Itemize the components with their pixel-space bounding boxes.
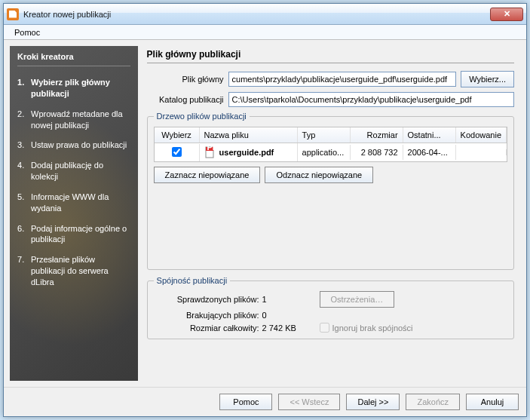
footer-buttons: Pomoc << Wstecz Dalej >> Zakończ Anuluj bbox=[4, 387, 526, 416]
menu-help[interactable]: Pomoc bbox=[10, 26, 44, 38]
step-6[interactable]: Podaj informacje ogólne o publikacji bbox=[17, 219, 130, 250]
titlebar: Kreator nowej publikacji ✕ bbox=[4, 4, 526, 25]
window-title: Kreator nowej publikacji bbox=[23, 10, 490, 19]
close-button[interactable]: ✕ bbox=[490, 8, 523, 21]
missing-files-label: Brakujących plików: bbox=[154, 311, 259, 320]
page-title: Plik główny publikacji bbox=[147, 49, 514, 63]
checked-files-value: 1 bbox=[259, 295, 320, 304]
file-tree-group: Drzewo plików publikacji Wybierz Nazwa p… bbox=[147, 112, 514, 270]
catalog-row: Katalog publikacji bbox=[147, 92, 514, 107]
wizard-steps: Wybierz plik główny publikacji Wprowadź … bbox=[17, 72, 130, 293]
svg-text:PDF: PDF bbox=[207, 146, 216, 152]
row-filename: userguide.pdf bbox=[219, 148, 274, 157]
row-type: applicatio... bbox=[298, 145, 351, 160]
step-5[interactable]: Informacje WWW dla wydania bbox=[17, 187, 130, 219]
menubar: Pomoc bbox=[4, 25, 526, 40]
sidebar-header: Kroki kreatora bbox=[17, 52, 130, 66]
file-tree-legend: Drzewo plików publikacji bbox=[154, 112, 250, 121]
col-select[interactable]: Wybierz bbox=[155, 127, 200, 143]
table-row[interactable]: PDF userguide.pdf applicatio... 2 808 73… bbox=[155, 143, 507, 161]
row-checkbox[interactable] bbox=[172, 147, 182, 157]
browse-button[interactable]: Wybierz... bbox=[461, 71, 514, 87]
checked-files-label: Sprawdzonych plików: bbox=[154, 295, 259, 304]
col-size[interactable]: Rozmiar bbox=[351, 127, 403, 143]
next-button[interactable]: Dalej >> bbox=[346, 394, 400, 410]
col-name[interactable]: Nazwa pliku bbox=[200, 127, 298, 143]
row-encoding bbox=[456, 149, 507, 155]
step-7[interactable]: Przesłanie plików publikacji do serwera … bbox=[17, 250, 130, 293]
total-size-value: 2 742 KB bbox=[259, 323, 320, 333]
mainfile-input[interactable] bbox=[228, 72, 457, 87]
coherence-group: Spójność publikacji Sprawdzonych plików:… bbox=[147, 276, 514, 339]
ignore-coherence-checkbox bbox=[320, 323, 329, 333]
row-modified: 2006-04-... bbox=[403, 145, 456, 160]
tree-buttons: Zaznacz niepowiązane Odznacz niepowiązan… bbox=[154, 167, 507, 183]
col-encoding[interactable]: Kodowanie bbox=[456, 127, 507, 143]
cancel-button[interactable]: Anuluj bbox=[466, 394, 519, 410]
step-2[interactable]: Wprowadź metadane dla nowej publikacji bbox=[17, 104, 130, 136]
row-size: 2 808 732 bbox=[351, 145, 403, 160]
finish-button: Zakończ bbox=[406, 394, 460, 410]
total-size-label: Rozmiar całkowity: bbox=[154, 323, 259, 333]
content-area: Kroki kreatora Wybierz plik główny publi… bbox=[4, 40, 526, 387]
catalog-input[interactable] bbox=[228, 92, 514, 107]
file-table-header: Wybierz Nazwa pliku Typ Rozmiar Ostatni.… bbox=[155, 127, 507, 143]
ignore-coherence-label: Ignoruj brak spójności bbox=[332, 323, 413, 333]
back-button: << Wstecz bbox=[278, 394, 340, 410]
pdf-icon: PDF bbox=[204, 146, 216, 158]
wizard-window: Kreator nowej publikacji ✕ Pomoc Kroki k… bbox=[3, 3, 527, 417]
step-4[interactable]: Dodaj publikację do kolekcji bbox=[17, 155, 130, 187]
step-1[interactable]: Wybierz plik główny publikacji bbox=[17, 72, 130, 104]
missing-files-value: 0 bbox=[259, 311, 320, 320]
coherence-legend: Spójność publikacji bbox=[154, 276, 231, 285]
sidebar: Kroki kreatora Wybierz plik główny publi… bbox=[10, 46, 138, 381]
unmark-unbound-button[interactable]: Odznacz niepowiązane bbox=[265, 167, 373, 183]
col-type[interactable]: Typ bbox=[298, 127, 351, 143]
warnings-button: Ostrzeżenia… bbox=[320, 291, 395, 308]
file-table: Wybierz Nazwa pliku Typ Rozmiar Ostatni.… bbox=[154, 127, 507, 162]
mainfile-row: Plik główny Wybierz... bbox=[147, 71, 514, 87]
catalog-label: Katalog publikacji bbox=[147, 95, 224, 104]
help-button[interactable]: Pomoc bbox=[219, 394, 272, 410]
step-3[interactable]: Ustaw prawa do publikacji bbox=[17, 135, 130, 155]
col-modified[interactable]: Ostatni... bbox=[403, 127, 456, 143]
app-icon bbox=[7, 8, 19, 20]
mark-unbound-button[interactable]: Zaznacz niepowiązane bbox=[154, 167, 261, 183]
mainfile-label: Plik główny bbox=[147, 75, 224, 84]
main-panel: Plik główny publikacji Plik główny Wybie… bbox=[138, 46, 520, 381]
